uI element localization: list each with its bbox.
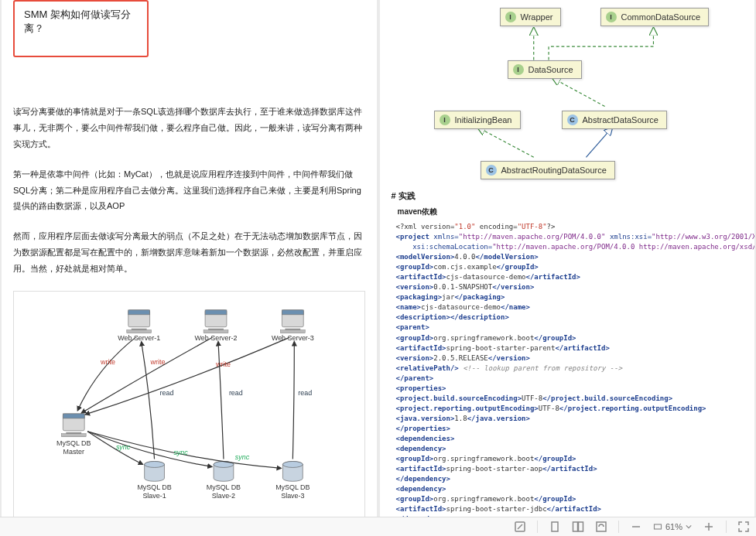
class-abstract-routing-datasource: C AbstractRoutingDataSource — [481, 161, 615, 179]
maven-subhead: maven依赖 — [398, 207, 744, 217]
class-label: InitializingBean — [455, 115, 512, 125]
interface-icon: I — [513, 64, 524, 75]
interface-icon: I — [505, 12, 516, 22]
class-abstract-datasource: C AbstractDataSource — [562, 111, 667, 129]
class-wrapper: I Wrapper — [500, 8, 562, 26]
status-bar: 61% — [0, 517, 756, 536]
zoom-level[interactable]: 61% — [653, 522, 692, 531]
master-label-1: MySQL DB — [56, 439, 91, 447]
article-title: SMM 架构如何做读写分离？ — [24, 8, 138, 36]
architecture-diagram: Web Server-1 Web Server-2 Web Server-3 M… — [13, 291, 365, 517]
svg-text:write: write — [100, 358, 115, 366]
zoom-value: 61% — [665, 522, 682, 531]
class-datasource: I DataSource — [508, 60, 582, 79]
class-initializing-bean: I InitializingBean — [434, 111, 521, 129]
class-label: CommonDataSource — [621, 12, 701, 22]
svg-text:write: write — [215, 360, 231, 368]
single-page-icon[interactable] — [549, 521, 561, 533]
paragraph-1: 读写分离要做的事情就是对于一条SQL该选择哪个数据库去执行，至于谁来做选择数据库… — [13, 104, 365, 152]
practice-heading: # 实践 — [392, 190, 744, 202]
scroll-mode-icon[interactable] — [595, 521, 607, 533]
svg-text:MySQL DB: MySQL DB — [137, 483, 171, 491]
svg-text:write: write — [150, 358, 166, 366]
zoom-out-icon[interactable] — [630, 521, 642, 533]
paragraph-3: 然而，应用程序层面去做读写分离最大的弱点（不足之处）在于无法动态增加数据库节点，… — [13, 228, 365, 277]
svg-rect-27 — [552, 522, 558, 531]
class-label: AbstractDataSource — [583, 115, 659, 125]
class-common-datasource: I CommonDataSource — [600, 8, 710, 26]
web-server-2-label: Web Server-2 — [195, 334, 238, 342]
svg-line-24 — [477, 128, 534, 158]
title-callout: SMM 架构如何做读写分离？ — [13, 0, 149, 57]
page-left: SMM 架构如何做读写分离？ 读写分离要做的事情就是对于一条SQL该选择哪个数据… — [2, 0, 377, 517]
find-icon[interactable] — [514, 521, 526, 533]
svg-text:read: read — [298, 389, 312, 397]
svg-rect-32 — [654, 524, 661, 529]
article-subtitle — [24, 42, 138, 50]
class-label: DataSource — [529, 65, 573, 74]
fullscreen-icon[interactable] — [737, 521, 750, 533]
web-server-1-label: Web Server-1 — [118, 334, 160, 342]
svg-line-26 — [518, 524, 522, 529]
svg-text:MySQL DB: MySQL DB — [275, 483, 310, 491]
svg-line-22 — [552, 78, 604, 107]
interface-icon: I — [440, 114, 450, 125]
web-server-3-label: Web Server-3 — [272, 334, 314, 342]
xml-code-block: <?xml version="1.0" encoding="UTF-8"?><p… — [396, 222, 744, 517]
class-icon: C — [567, 114, 578, 125]
svg-text:read: read — [229, 389, 243, 397]
svg-text:MySQL DB: MySQL DB — [207, 483, 241, 491]
page-right: I Wrapper I CommonDataSource I DataSourc… — [380, 0, 755, 517]
master-label-2: Master — [63, 448, 84, 456]
svg-text:sync: sync — [173, 449, 188, 456]
svg-text:Slave-2: Slave-2 — [212, 492, 235, 500]
chevron-down-icon — [686, 524, 692, 530]
svg-rect-28 — [573, 522, 577, 531]
class-diagram: I Wrapper I CommonDataSource I DataSourc… — [392, 6, 744, 184]
zoom-in-icon[interactable] — [703, 521, 715, 533]
interface-icon: I — [606, 12, 617, 22]
svg-text:Slave-3: Slave-3 — [281, 492, 304, 500]
svg-rect-29 — [578, 522, 583, 531]
paragraph-2: 第一种是依靠中间件（比如：MyCat），也就是说应用程序连接到中间件，中间件帮我… — [13, 166, 365, 215]
svg-text:read: read — [160, 389, 174, 397]
svg-text:sync: sync — [235, 453, 250, 461]
document-view: SMM 架构如何做读写分离？ 读写分离要做的事情就是对于一条SQL该选择哪个数据… — [0, 0, 756, 517]
svg-text:sync: sync — [116, 443, 131, 451]
svg-line-23 — [586, 128, 612, 158]
class-label: AbstractRoutingDataSource — [501, 166, 607, 175]
svg-text:Slave-1: Slave-1 — [142, 492, 166, 500]
svg-rect-30 — [597, 522, 606, 531]
class-icon: C — [486, 165, 497, 176]
two-page-icon[interactable] — [572, 521, 584, 533]
class-label: Wrapper — [521, 12, 553, 22]
